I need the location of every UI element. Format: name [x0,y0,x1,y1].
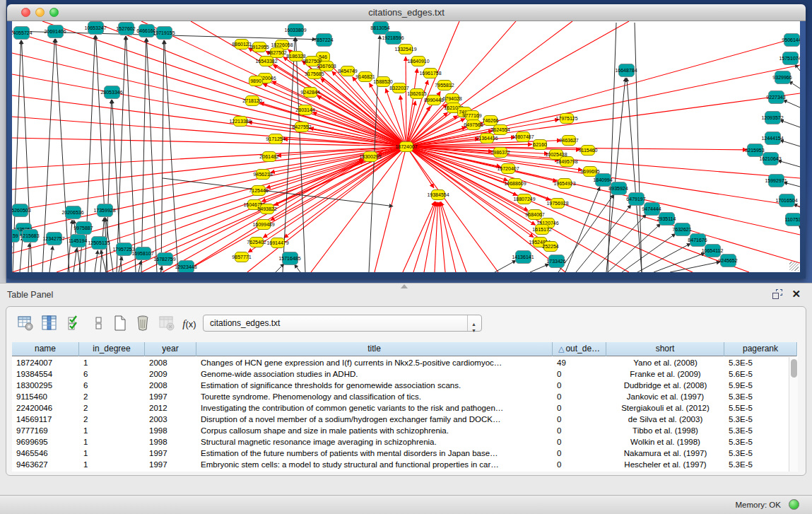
graph-node[interactable]: 16648784 [618,64,635,77]
graph-node[interactable]: 7125446 [252,185,266,196]
table-cell[interactable]: 5.9E-5 [724,380,797,391]
graph-node[interactable]: 8215953 [747,144,763,157]
graph-node[interactable]: 10653247 [88,21,104,35]
graph-node[interactable]: 19218596 [385,31,401,45]
table-cell[interactable]: 5.3E-5 [724,357,797,368]
graph-node[interactable]: 10807487 [516,132,530,142]
graph-node[interactable]: 9890 [249,76,263,86]
table-cell[interactable]: 2 [79,414,145,425]
table-cell[interactable]: 0 [553,380,606,391]
vertical-scrollbar[interactable] [789,357,798,472]
graph-node[interactable]: 7857224 [316,33,332,47]
graph-node[interactable]: 18495798 [560,156,574,167]
table-cell[interactable]: 6 [79,368,145,380]
graph-node[interactable]: 16210643 [763,152,779,165]
graph-node[interactable]: 17957253 [116,243,132,256]
table-cell[interactable]: 0 [553,391,606,402]
graph-node[interactable]: 15716485 [282,252,298,265]
table-cell[interactable]: Tourette syndrome. Phenomenology and cla… [196,391,553,402]
graph-node[interactable]: 14055724 [13,26,30,40]
table-cell[interactable]: 5.5E-5 [724,402,797,414]
table-cell[interactable]: 5.3E-5 [724,448,797,459]
table-cell[interactable]: 1998 [145,436,196,448]
table-cell[interactable]: 1 [79,425,145,436]
table-row[interactable]: 946362711997Embryonic stem cells: a mode… [12,459,797,470]
graph-node[interactable]: 8471676 [690,233,706,247]
table-cell[interactable]: 0 [553,459,606,470]
column-header-short[interactable]: short [606,342,724,356]
table-cell[interactable]: 14569117 [12,414,79,425]
graph-node[interactable]: 25260503 [12,204,28,217]
graph-node[interactable]: 1615172 [535,224,549,235]
table-row[interactable]: 1830029562008Estimation of significance … [12,380,797,391]
graph-node[interactable]: 12093572 [765,111,781,124]
close-panel-icon[interactable]: ✕ [792,288,801,300]
table-cell[interactable]: 1 [79,436,145,448]
table-cell[interactable]: Corpus callosum shape and size in male p… [196,425,553,436]
column-header-out_de[interactable]: △out_de… [553,342,606,356]
graph-node[interactable]: 13325419 [399,44,413,54]
graph-node[interactable]: 16961758 [423,68,437,78]
graph-node[interactable]: 2935114 [659,212,675,226]
table-cell[interactable]: 1 [79,357,145,368]
select-columns-button[interactable] [66,315,84,333]
column-header-pagerank[interactable]: pagerank [724,342,797,356]
table-cell[interactable]: 0 [553,402,606,414]
table-row[interactable]: 1456911722003Disruption of a novel membe… [12,414,797,425]
graph-node[interactable]: 9329966 [775,71,791,84]
float-panel-icon[interactable] [772,289,782,299]
table-cell[interactable]: Nakamura et al. (1997) [606,448,724,459]
graph-node[interactable]: 28053346 [104,86,120,99]
graph-node[interactable]: 3175685 [307,69,322,79]
table-row[interactable]: 977716911998Corpus callosum shape and si… [12,425,797,436]
graph-node[interactable]: 16914479 [271,238,285,248]
table-cell[interactable]: 2008 [145,357,196,368]
table-cell[interactable]: Embryonic stem cells: a model to study s… [196,459,553,470]
table-cell[interactable]: 9115460 [12,391,79,402]
graph-node[interactable]: 15751074 [782,52,799,65]
table-cell[interactable]: 1997 [145,459,196,470]
graph-node[interactable]: 12505135 [91,236,107,250]
graph-node[interactable]: 8912955 [252,42,266,52]
table-cell[interactable]: Changes of HCN gene expression and I(f) … [196,357,553,368]
table-cell[interactable]: 2009 [145,368,196,380]
graph-node[interactable]: 12213389 [233,116,247,127]
table-cell[interactable]: 2 [79,391,145,402]
graph-node[interactable]: 9474444 [644,202,660,216]
graph-node[interactable]: 9242844 [303,87,317,98]
graph-node[interactable]: 6497568 [466,119,481,130]
table-cell[interactable]: 5.3E-5 [724,391,797,402]
table-row[interactable]: 2242004622012Investigating the contribut… [12,402,797,414]
graph-node[interactable]: 62160 [533,139,547,150]
graph-node[interactable]: 8990448 [427,95,441,105]
table-cell[interactable]: 5.3E-5 [724,436,797,448]
graph-node[interactable]: 6479197 [628,192,645,206]
graph-node[interactable]: 17016504 [779,194,795,207]
graph-node[interactable]: 7955812 [437,80,452,90]
graph-node[interactable]: 7632621 [674,223,690,236]
graph-node[interactable]: 10688609 [508,178,522,189]
table-row[interactable]: 969969511998Structural magnetic resonanc… [12,436,797,448]
window-titlebar[interactable]: citations_edges.txt [7,4,806,21]
window-resize-grip[interactable] [789,262,799,271]
graph-node[interactable]: 5493822 [260,204,274,214]
graph-node[interactable]: 7986372 [493,147,507,158]
scrollbar-thumb[interactable] [791,359,797,378]
table-cell[interactable]: 1998 [145,425,196,436]
table-cell[interactable]: Wolkin et al. (1998) [606,436,724,448]
table-selector-dropdown[interactable]: citations_edges.txt ▲▼ [203,315,482,332]
table-cell[interactable]: 2008 [145,380,196,391]
graph-node[interactable]: 9684067 [528,209,542,220]
graph-node[interactable]: 18640910 [411,56,425,66]
table-cell[interactable]: Hescheler et al. (1997) [606,459,724,470]
graph-node[interactable]: 16099489 [257,219,271,230]
graph-node[interactable]: 10719155 [156,26,172,40]
table-cell[interactable]: 1997 [145,448,196,459]
graph-node[interactable]: 9171254 [269,134,283,144]
graph-node[interactable]: 19384554 [431,189,445,200]
graph-node[interactable]: 9146821 [358,71,372,82]
graph-node[interactable]: 8454749 [341,66,355,76]
table-cell[interactable]: Franke et al. (2009) [606,368,724,380]
graph-node[interactable]: 8427552 [295,122,309,132]
table-cell[interactable]: Structural magnetic resonance image aver… [196,436,553,448]
